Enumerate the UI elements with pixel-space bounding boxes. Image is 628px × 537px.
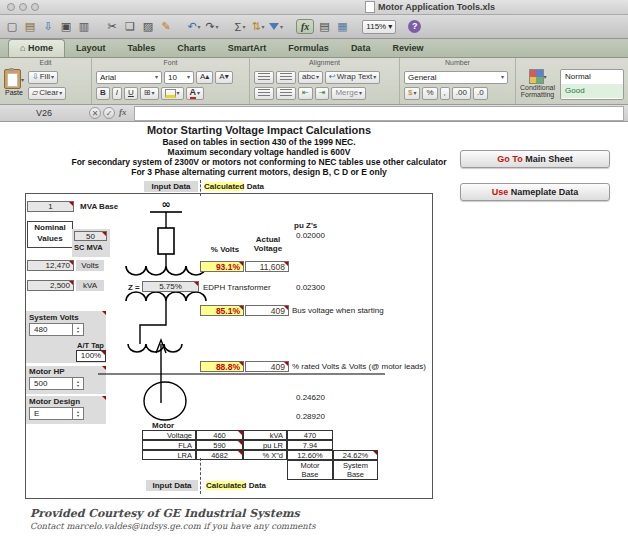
standard-toolbar: ▢ ▤ ⇩ ▣ ▥ ✂ ❏ ▨ ✎ ↶▾ ↷▾ Σ▾ ⇅▾ ▾ fx ▤ ▦ 1…: [0, 15, 628, 39]
save-button[interactable]: ▣: [58, 18, 74, 35]
conditional-formatting-button[interactable]: ▾ ConditionalFormatting: [520, 69, 555, 104]
decrease-indent-button[interactable]: ⇤: [298, 87, 313, 100]
close-window-button[interactable]: [7, 3, 15, 11]
sheet-title: Motor Starting Voltage Impact Calculatio…: [0, 124, 518, 136]
merge-button[interactable]: Merge▾: [331, 87, 366, 100]
bold-button[interactable]: B: [96, 87, 110, 100]
tab-layout[interactable]: Layout: [65, 40, 117, 57]
motor-design-dropdown[interactable]: E ▴▾: [29, 407, 84, 420]
increase-font-button[interactable]: A▴: [196, 71, 213, 84]
tab-formulas[interactable]: Formulas: [277, 40, 340, 57]
volts-input[interactable]: 12,470: [27, 260, 74, 271]
font-color-button[interactable]: A▾: [186, 87, 205, 100]
zoom-window-button[interactable]: [31, 3, 39, 11]
minimize-window-button[interactable]: [19, 3, 27, 11]
motor-voltage-label: Voltage: [142, 430, 196, 440]
decrease-decimal-button[interactable]: .0: [473, 87, 488, 100]
motor-pulr-label: pu LR: [243, 440, 287, 450]
clear-button[interactable]: ▱Clear▾: [28, 87, 66, 100]
motor-hp-stepper[interactable]: ▴▾: [72, 378, 83, 389]
help-button[interactable]: ?: [408, 20, 421, 33]
tab-review[interactable]: Review: [381, 40, 434, 57]
ribbon: Edit ▾ Paste ⇩Fill▾ ▱Clear▾ Font Arial▾ …: [0, 58, 628, 105]
mva-base-input[interactable]: 1: [27, 201, 74, 212]
motor-design-stepper[interactable]: ▴▾: [72, 408, 83, 419]
italic-button[interactable]: I: [112, 87, 122, 100]
fill-color-button[interactable]: ▾: [161, 87, 184, 100]
tab-charts[interactable]: Charts: [166, 40, 217, 57]
percent-format-button[interactable]: %: [422, 87, 437, 100]
font-size-select[interactable]: 10▾: [164, 71, 194, 84]
print-button[interactable]: ▥: [76, 18, 92, 35]
autosum-button[interactable]: Σ▾: [232, 18, 248, 35]
document-icon: [365, 1, 375, 13]
align-middle-button[interactable]: [276, 71, 296, 84]
excel-window: Motor Application Tools.xls ▢ ▤ ⇩ ▣ ▥ ✂ …: [0, 0, 628, 537]
tab-tables[interactable]: Tables: [116, 40, 166, 57]
motor-voltage-value[interactable]: 460: [196, 430, 243, 440]
group-label-edit: Edit: [0, 59, 91, 66]
import-button[interactable]: ⇩: [40, 18, 56, 35]
fill-button[interactable]: ⇩Fill▾: [28, 71, 58, 84]
font-family-select[interactable]: Arial▾: [96, 71, 162, 84]
wrap-text-button[interactable]: ↩Wrap Text▾: [325, 71, 380, 84]
go-to-main-sheet-button[interactable]: Go To Main Sheet: [460, 150, 610, 168]
legend-calculated-data-top: Calculated Data: [204, 181, 264, 192]
style-normal[interactable]: Normal: [561, 70, 623, 84]
bus-voltage-note: Bus voltage when starting: [292, 306, 384, 316]
use-nameplate-data-button[interactable]: Use Nameplate Data: [460, 183, 610, 201]
cut-button[interactable]: ✂: [104, 18, 120, 35]
kva-input[interactable]: 2,500: [27, 280, 74, 291]
number-format-select[interactable]: General▾: [404, 71, 508, 84]
copy-button[interactable]: ❏: [122, 18, 138, 35]
system-volts-label: System Volts: [29, 313, 79, 323]
insert-function-button[interactable]: fx: [117, 107, 129, 119]
system-volts-stepper[interactable]: ▴▾: [72, 324, 83, 335]
confirm-entry-button[interactable]: ✓: [103, 107, 115, 119]
undo-button[interactable]: ↶▾: [186, 18, 202, 35]
name-box[interactable]: V26: [0, 108, 88, 118]
new-workbook-button[interactable]: ▢: [4, 18, 20, 35]
tab-data[interactable]: Data: [340, 40, 382, 57]
underline-button[interactable]: U: [124, 87, 138, 100]
pu-z-header: pu Z's: [294, 221, 317, 230]
decrease-font-button[interactable]: A▾: [215, 71, 232, 84]
zoom-control[interactable]: 115% ▾: [362, 20, 396, 34]
cancel-entry-button[interactable]: ✕: [89, 107, 101, 119]
sheet-subtitle-2: Maximum secondary voltage handled is 600…: [0, 147, 518, 157]
motor-lra-label: LRA: [142, 450, 196, 460]
nominal-values-header: NominalValues: [27, 221, 73, 248]
comma-format-button[interactable]: ,: [440, 87, 450, 100]
formula-input[interactable]: [134, 106, 625, 121]
open-button[interactable]: ▤: [22, 18, 38, 35]
sort-button[interactable]: ⇅▾: [250, 18, 266, 35]
format-painter-button[interactable]: ✎: [158, 18, 174, 35]
increase-decimal-button[interactable]: .00: [452, 87, 471, 100]
borders-button[interactable]: ⊞▾: [140, 87, 159, 100]
formula-builder-button[interactable]: fx: [296, 19, 314, 34]
z-percent-input[interactable]: 5.75%: [142, 281, 199, 292]
align-center-button[interactable]: [276, 87, 296, 100]
increase-indent-button[interactable]: ⇥: [315, 87, 330, 100]
system-volts-dropdown[interactable]: 480 ▴▾: [29, 323, 84, 336]
tab-home[interactable]: ⌂ Home: [8, 39, 65, 57]
align-top-button[interactable]: [254, 71, 274, 84]
style-good[interactable]: Good: [561, 84, 623, 98]
filter-button[interactable]: ▾: [268, 18, 284, 35]
paste-split-button[interactable]: ▾ Paste: [4, 69, 24, 101]
cell-styles-gallery[interactable]: Normal Good: [560, 69, 624, 100]
abc-orientation-button[interactable]: abc▾: [298, 71, 323, 84]
paste-button[interactable]: ▨: [140, 18, 156, 35]
page-layout-button[interactable]: ▦: [334, 18, 350, 35]
accounting-format-button[interactable]: $▾: [404, 87, 420, 100]
show-formulas-button[interactable]: ▤: [316, 18, 332, 35]
redo-button[interactable]: ↷▾: [204, 18, 220, 35]
zoom-value: 115%: [366, 21, 386, 33]
legend-input-data-bottom: Input Data: [146, 480, 198, 491]
legend-divider-bottom: [200, 458, 201, 494]
tab-smartart[interactable]: SmartArt: [217, 40, 278, 57]
motor-hp-dropdown[interactable]: 500 ▴▾: [29, 377, 84, 390]
motor-fla-value[interactable]: 590: [196, 440, 243, 450]
align-left-button[interactable]: [254, 87, 274, 100]
motor-lra-value[interactable]: 4682: [196, 450, 243, 460]
